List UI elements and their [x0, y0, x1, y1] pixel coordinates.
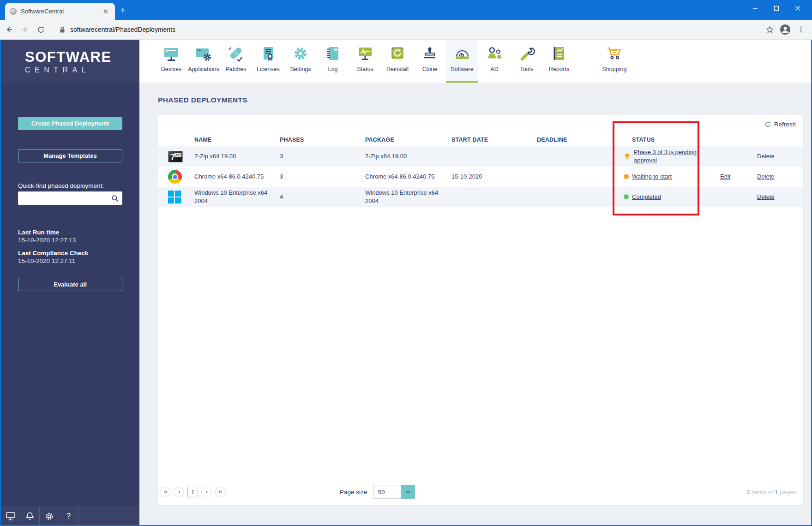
nav-item-reports[interactable]: Reports	[543, 40, 575, 83]
page-size-dropdown-button[interactable]	[401, 485, 415, 499]
log-icon	[324, 45, 342, 63]
last-run-label: Last Run time	[18, 229, 122, 236]
settings-gear-icon[interactable]	[40, 507, 59, 525]
pagination: 1 Page size: 50 3 items in 1 pages	[158, 485, 803, 505]
devices-footer-icon[interactable]	[1, 507, 20, 525]
reinstall-icon	[388, 45, 407, 63]
browser-titlebar: SoftwareCentral ✕ +	[0, 0, 812, 20]
help-icon[interactable]: ?	[59, 507, 78, 525]
shopping-cart-icon	[605, 45, 624, 63]
url-text: softwarecentral/PhasedDeployments	[70, 26, 175, 33]
chrome-icon	[168, 170, 182, 184]
last-compliance-value: 15-10-2020 12:27:11	[18, 257, 122, 264]
logo-line1: SOFTWARE	[25, 49, 139, 66]
edit-link[interactable]: Edit	[720, 173, 730, 180]
create-phased-deployment-button[interactable]: Create Phased Deployment	[18, 117, 122, 130]
delete-link[interactable]: Delete	[757, 193, 775, 200]
new-tab-button[interactable]: +	[120, 5, 126, 16]
licenses-icon	[259, 45, 277, 63]
nav-item-devices[interactable]: Devices	[155, 40, 187, 83]
quickfind-input[interactable]	[18, 191, 111, 205]
bell-icon	[624, 153, 631, 160]
status-icon	[356, 45, 374, 63]
top-navigation: Devices Applications Patches Licenses Se…	[139, 40, 811, 83]
app-logo: SOFTWARE CENTRAL	[1, 40, 139, 83]
patches-icon	[227, 45, 245, 63]
col-start-date: START DATE	[451, 137, 537, 143]
window-maximize-button[interactable]	[766, 0, 787, 17]
lock-icon	[59, 26, 66, 33]
page-title: PHASED DEPLOYMENTS	[158, 96, 811, 104]
nav-item-shopping[interactable]: Shopping	[598, 40, 631, 83]
cell-phases: 3	[280, 152, 365, 161]
window-minimize-button[interactable]	[745, 0, 766, 17]
window-close-button[interactable]	[787, 0, 808, 17]
tools-icon	[517, 45, 536, 63]
address-bar[interactable]: softwarecentral/PhasedDeployments	[53, 26, 760, 33]
status-dot-icon	[624, 174, 629, 179]
clone-icon	[421, 45, 439, 63]
delete-link[interactable]: Delete	[757, 153, 775, 160]
refresh-button[interactable]: Refresh	[764, 121, 796, 128]
nav-item-status[interactable]: Status	[349, 40, 381, 83]
cell-package: 7-Zip x64 19.00	[365, 152, 451, 161]
ad-icon	[485, 45, 504, 63]
applications-icon	[194, 45, 213, 63]
deployments-panel: Refresh NAME PHASES PACKAGE START DATE D…	[158, 115, 803, 505]
evaluate-all-button[interactable]: Evaluate all	[18, 278, 122, 291]
browser-tab[interactable]: SoftwareCentral ✕	[5, 3, 115, 20]
bookmark-star-icon[interactable]	[763, 23, 776, 36]
browser-menu-icon[interactable]	[794, 23, 807, 36]
status-link[interactable]: Waiting to start	[632, 173, 672, 181]
page-size-value[interactable]: 50	[373, 485, 401, 499]
sidebar: SOFTWARE CENTRAL Create Phased Deploymen…	[1, 40, 139, 525]
forward-icon[interactable]	[18, 23, 31, 36]
cell-phases: 3	[280, 173, 365, 181]
first-page-button[interactable]	[160, 487, 170, 497]
current-page-button[interactable]: 1	[187, 487, 198, 497]
nav-item-tools[interactable]: Tools	[511, 40, 543, 83]
nav-item-software[interactable]: Software	[446, 40, 478, 83]
status-link[interactable]: Completed	[632, 193, 661, 201]
nav-item-clone[interactable]: Clone	[414, 40, 446, 83]
last-compliance-label: Last Compliance Check	[18, 250, 122, 257]
nav-item-settings[interactable]: Settings	[284, 40, 317, 83]
status-link[interactable]: Phase 3 of 3 is pending approval	[634, 148, 703, 164]
cell-name: Windows 10 Enterprise x64 2004	[194, 189, 280, 205]
back-icon[interactable]	[3, 23, 16, 36]
windows-icon	[168, 191, 181, 203]
col-name: NAME	[194, 137, 280, 143]
refresh-icon	[764, 121, 771, 128]
nav-item-patches[interactable]: Patches	[220, 40, 252, 83]
col-package: PACKAGE	[365, 137, 451, 143]
col-deadline: DEADLINE	[537, 137, 624, 143]
software-icon	[453, 45, 471, 63]
manage-templates-button[interactable]: Manage Templates	[18, 149, 122, 162]
reload-icon[interactable]	[34, 23, 47, 36]
profile-avatar[interactable]	[779, 23, 792, 36]
tab-close-icon[interactable]: ✕	[101, 7, 110, 16]
logo-line2: CENTRAL	[25, 66, 139, 74]
favicon-icon	[10, 8, 17, 15]
search-icon[interactable]	[111, 195, 119, 202]
nav-item-applications[interactable]: Applications	[187, 40, 220, 83]
last-run-value: 15-10-2020 12:27:13	[18, 237, 122, 244]
nav-item-log[interactable]: Log	[317, 40, 349, 83]
items-summary: 3 items in 1 pages	[746, 489, 797, 496]
delete-link[interactable]: Delete	[757, 173, 775, 180]
nav-item-reinstall[interactable]: Reinstall	[381, 40, 414, 83]
table-header: NAME PHASES PACKAGE START DATE DEADLINE …	[158, 133, 803, 146]
last-page-button[interactable]	[215, 487, 226, 497]
col-status: STATUS	[624, 137, 720, 143]
cell-name: Chrome x64 86.0.4240.75	[194, 173, 280, 181]
tab-title: SoftwareCentral	[21, 8, 101, 15]
sidebar-footer: ?	[1, 507, 139, 525]
devices-icon	[162, 45, 180, 63]
nav-item-licenses[interactable]: Licenses	[252, 40, 284, 83]
cell-package: Chrome x64 86.0.4240.75	[365, 173, 451, 181]
next-page-button[interactable]	[201, 487, 212, 497]
previous-page-button[interactable]	[174, 487, 184, 497]
nav-item-ad[interactable]: AD	[478, 40, 511, 83]
notifications-bell-icon[interactable]	[20, 507, 40, 525]
quickfind-label: Quick-find phased deployment:	[18, 182, 122, 189]
